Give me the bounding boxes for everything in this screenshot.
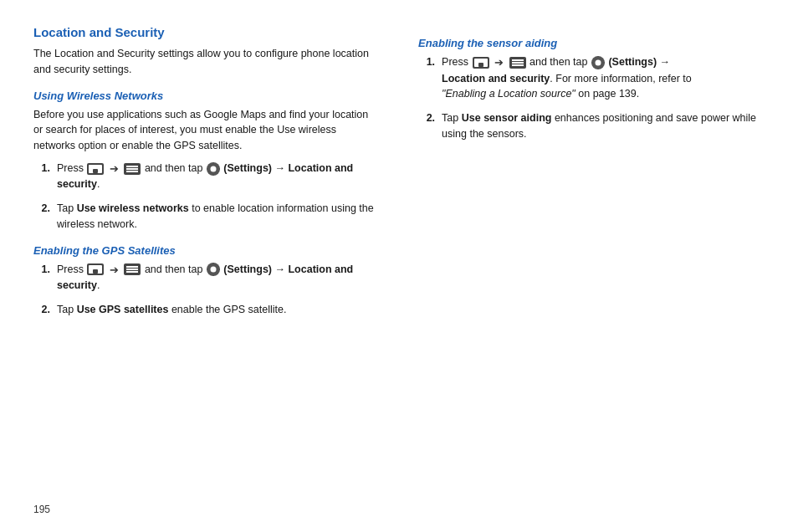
svg-rect-32 [478,63,483,67]
svg-rect-41 [591,62,594,64]
home-icon2 [86,263,105,276]
home-icon-group3 [472,56,490,69]
menu-icon [123,162,141,176]
subsection2-title: Enabling the GPS Satellites [33,244,376,257]
step-number: 2. [33,201,50,233]
step-content: Press ➔ [442,54,765,102]
intro-text: The Location and Security settings allow… [33,46,376,78]
menu-icon2 [123,263,141,276]
subsection1-steps: 1. Press ➔ [33,161,376,233]
step-number: 2. [418,110,435,142]
svg-point-25 [210,267,216,273]
svg-rect-29 [217,269,220,270]
home-icon [86,162,105,176]
svg-rect-11 [207,168,209,170]
step-content: Tap Use GPS satellites enable the GPS sa… [57,302,376,318]
subsection1-title: Using Wireless Networks [33,90,376,102]
list-item: 2. Tap Use wireless networks to enable l… [33,201,376,233]
step-content: Tap Use wireless networks to enable loca… [57,201,376,233]
svg-rect-42 [602,62,605,64]
svg-rect-22 [126,269,138,270]
menu-icon-group2 [123,263,141,276]
step-middle: and then tap [145,162,206,174]
settings-icon-group3 [591,55,606,70]
settings-icon2 [206,262,221,277]
svg-rect-21 [126,266,138,268]
svg-rect-6 [126,171,138,172]
right-column: Enabling the sensor aiding 1. Press ➔ [402,25,765,507]
step-prefix: Press [57,263,86,275]
svg-rect-40 [597,67,599,69]
step-number: 2. [33,302,50,318]
step-content: Press ➔ [57,262,376,294]
svg-rect-23 [126,271,138,273]
menu-icon3 [509,56,527,69]
svg-rect-39 [597,56,599,59]
arrow2: ➔ [110,262,119,279]
settings-icon3 [591,55,606,70]
step-middle2: and then tap [145,263,206,275]
svg-rect-12 [217,168,220,170]
page: Location and Security The Location and S… [0,0,798,532]
right-subsection1-steps: 1. Press ➔ [418,54,765,142]
svg-point-38 [595,59,601,65]
svg-rect-36 [512,64,524,66]
arrow3: ➔ [494,54,504,71]
home-icon-group2 [86,263,105,276]
svg-rect-34 [512,59,524,61]
list-item: 2. Tap Use sensor aiding enhances positi… [418,110,765,142]
settings-icon-group2 [206,262,221,277]
subsection2-steps: 1. Press ➔ [33,262,376,318]
step-content: Press ➔ [57,161,376,192]
subsection1-intro: Before you use applications such as Goog… [33,107,376,154]
svg-rect-4 [126,166,138,167]
list-item: 2. Tap Use GPS satellites enable the GPS… [33,302,376,318]
settings-icon [206,161,221,176]
step-text-start: Tap Use wireless networks to enable loca… [57,202,374,230]
svg-rect-27 [212,274,214,276]
left-column: Location and Security The Location and S… [33,25,402,507]
menu-icon-group3 [509,56,527,69]
svg-rect-5 [126,168,138,170]
page-number: 195 [33,504,50,515]
list-item: 1. Press ➔ [33,161,376,192]
svg-rect-35 [512,62,524,64]
step-content: Tap Use sensor aiding enhances positioni… [442,110,765,142]
svg-rect-28 [207,269,209,270]
arrow1: ➔ [110,161,119,177]
list-item: 1. Press ➔ [33,262,376,294]
step-number: 1. [33,262,50,294]
svg-rect-26 [212,263,214,265]
home-icon-group [86,162,105,176]
step-prefix: Press [57,162,86,174]
svg-rect-9 [212,162,214,165]
step-text: Tap Use GPS satellites enable the GPS sa… [57,304,286,315]
main-title: Location and Security [33,25,376,39]
home-icon3 [472,56,490,69]
svg-point-8 [210,166,216,171]
step-middle3: and then tap [529,56,591,68]
step-text: Tap Use sensor aiding enhances positioni… [442,112,756,140]
step-number: 1. [418,54,435,102]
step-number: 1. [33,161,50,192]
svg-rect-2 [93,169,98,173]
settings-icon-group [206,161,221,176]
svg-rect-19 [93,269,98,274]
list-item: 1. Press ➔ [418,54,765,102]
step-prefix: Press [442,56,471,68]
svg-rect-10 [212,173,214,176]
right-subsection1-title: Enabling the sensor aiding [418,37,765,49]
menu-icon-group [123,162,141,176]
